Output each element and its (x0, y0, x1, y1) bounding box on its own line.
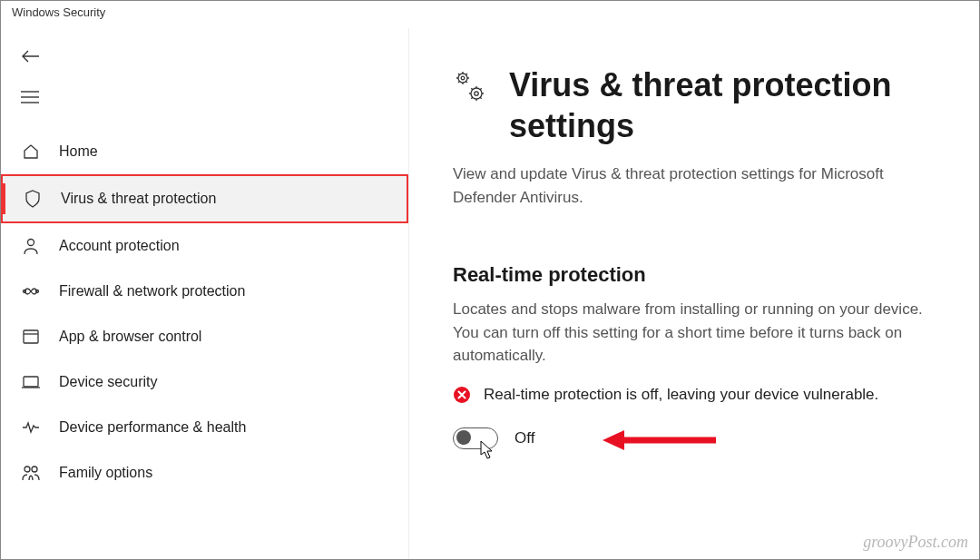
svg-point-13 (461, 76, 465, 80)
svg-line-31 (480, 88, 482, 90)
watermark: groovyPost.com (863, 533, 968, 552)
svg-line-30 (471, 97, 473, 99)
shield-icon (23, 189, 43, 209)
main-content: Virus & threat protection settings View … (409, 28, 979, 559)
sidebar-item-account[interactable]: Account protection (1, 223, 408, 269)
svg-line-18 (458, 74, 460, 75)
toggle-label: Off (514, 429, 534, 447)
annotation-arrow-icon (603, 427, 720, 457)
svg-line-21 (466, 74, 468, 75)
page-title: Virus & threat protection settings (509, 64, 936, 146)
sidebar-item-device-security[interactable]: Device security (1, 359, 408, 405)
home-icon (21, 142, 41, 162)
window-title: Windows Security (12, 5, 105, 19)
family-icon (21, 463, 41, 483)
svg-rect-6 (24, 330, 38, 343)
svg-marker-34 (603, 430, 624, 450)
sidebar-item-label: Firewall & network protection (59, 283, 245, 300)
svg-rect-8 (24, 377, 38, 387)
svg-point-10 (24, 467, 30, 472)
svg-line-29 (480, 97, 482, 99)
svg-line-20 (458, 82, 460, 84)
svg-point-3 (28, 240, 34, 246)
window-titlebar: Windows Security (1, 1, 979, 28)
back-button[interactable] (1, 42, 61, 74)
sidebar-item-home[interactable]: Home (1, 129, 408, 174)
sidebar-item-label: Device security (59, 374, 157, 390)
sidebar-item-label: Home (59, 143, 98, 160)
section-title-realtime: Real-time protection (453, 263, 936, 287)
app-browser-icon (21, 327, 41, 347)
sidebar-item-family[interactable]: Family options (1, 450, 408, 496)
hamburger-menu-button[interactable] (1, 82, 59, 116)
hamburger-icon (21, 91, 39, 103)
sidebar-item-firewall[interactable]: Firewall & network protection (1, 269, 408, 314)
account-icon (21, 236, 41, 256)
warning-text: Real-time protection is off, leaving you… (484, 384, 878, 407)
sidebar-item-virus-threat[interactable]: Virus & threat protection (1, 174, 408, 223)
settings-gears-icon (453, 70, 489, 110)
back-arrow-icon (21, 49, 41, 64)
health-icon (21, 418, 41, 437)
error-icon (453, 386, 471, 408)
sidebar-item-label: App & browser control (59, 329, 201, 345)
sidebar-item-app-browser[interactable]: App & browser control (1, 314, 408, 359)
sidebar-item-label: Family options (59, 465, 152, 481)
svg-line-19 (466, 82, 468, 84)
sidebar-item-performance[interactable]: Device performance & health (1, 405, 408, 450)
cursor-icon (480, 440, 495, 464)
page-description: View and update Virus & threat protectio… (453, 162, 936, 209)
toggle-knob (456, 430, 471, 445)
sidebar: Home Virus & threat protection Account p… (1, 28, 409, 559)
sidebar-item-label: Account protection (59, 238, 180, 254)
sidebar-item-label: Virus & threat protection (61, 191, 216, 207)
firewall-icon (21, 281, 41, 301)
section-description-realtime: Locates and stops malware from installin… (453, 298, 936, 368)
svg-point-23 (475, 92, 478, 95)
svg-point-11 (32, 467, 37, 472)
warning-row: Real-time protection is off, leaving you… (453, 384, 936, 408)
device-security-icon (21, 372, 41, 392)
svg-line-28 (471, 88, 473, 90)
sidebar-item-label: Device performance & health (59, 419, 246, 436)
